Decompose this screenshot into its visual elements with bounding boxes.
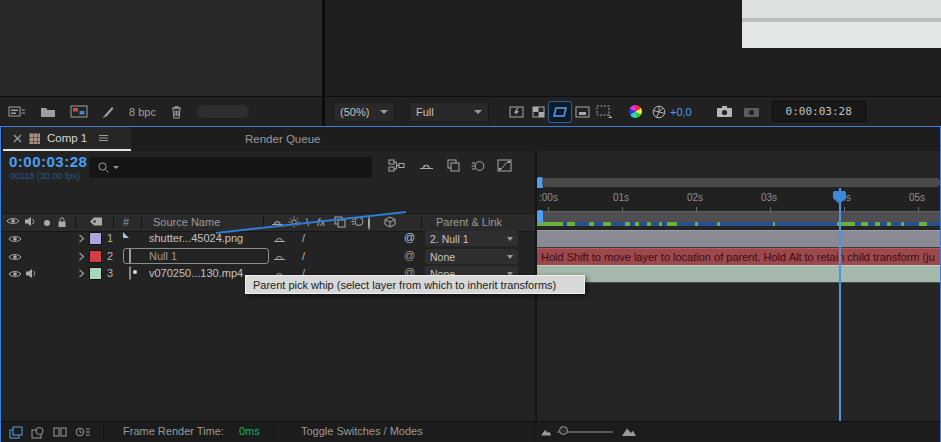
interpret-footage-icon[interactable] — [8, 105, 26, 118]
quality-switch[interactable]: / — [302, 250, 305, 262]
playhead-line[interactable] — [839, 188, 841, 440]
parent-value: 2. Null 1 — [430, 233, 469, 245]
layer-bar-2[interactable]: Hold Shift to move layer to location of … — [537, 248, 940, 266]
new-composition-icon[interactable] — [70, 105, 88, 118]
audio-column-speaker-icon[interactable] — [24, 216, 36, 227]
fast-previews-icon[interactable] — [505, 102, 527, 122]
parent-pick-whip-icon[interactable]: @ — [404, 249, 415, 261]
mask-visibility-icon[interactable] — [549, 102, 571, 122]
new-folder-icon[interactable] — [40, 106, 56, 118]
shy-column-icon[interactable] — [271, 216, 284, 227]
selected-layer-outline — [123, 248, 269, 264]
fx-column-icon[interactable]: fx — [317, 216, 326, 228]
composition-viewport-image[interactable] — [742, 0, 941, 48]
zoom-out-mountain-icon[interactable] — [540, 428, 552, 436]
parent-link-column-header[interactable]: Parent & Link — [436, 216, 502, 228]
chevron-right-icon[interactable] — [78, 234, 85, 243]
chevron-right-icon[interactable] — [78, 269, 85, 278]
tab-comp-label: Comp 1 — [47, 132, 87, 144]
show-snapshot-icon[interactable] — [743, 105, 760, 118]
snapshot-camera-icon[interactable] — [716, 105, 733, 118]
label-column-tag-icon[interactable] — [89, 216, 103, 227]
search-icon — [97, 161, 110, 174]
layer-switches-pane-icon[interactable] — [9, 426, 23, 439]
pick-whip-info-banner: Hold Shift to move layer to location of … — [537, 249, 940, 265]
disabled-progress-pill — [197, 105, 249, 118]
tooltip: Parent pick whip (select layer from whic… — [245, 275, 585, 294]
project-panel: 8 bpc — [0, 0, 322, 126]
toggle-switches-modes-button[interactable]: Toggle Switches / Modes — [301, 425, 423, 437]
show-channel-icon[interactable] — [629, 105, 642, 118]
layer-row-1[interactable]: 1 shutter...45024.png / @ 2. Null 1 — [1, 230, 535, 247]
graph-editor-icon[interactable] — [497, 159, 512, 172]
layer-number: 2 — [107, 250, 113, 262]
null-object-icon — [129, 250, 131, 262]
grid-guides-icon[interactable] — [593, 102, 615, 122]
chevron-right-icon[interactable] — [78, 252, 85, 261]
motion-blur-column-icon[interactable] — [351, 216, 364, 227]
layer-name[interactable]: shutter...45024.png — [149, 232, 243, 244]
shy-switch-icon[interactable] — [273, 233, 286, 244]
label-swatch[interactable] — [89, 232, 102, 245]
timeline-tab-bar: Comp 1 Render Queue — [1, 127, 940, 151]
panel-menu-icon[interactable] — [98, 134, 109, 142]
mini-flowchart-icon[interactable] — [388, 159, 405, 172]
label-swatch[interactable] — [89, 267, 102, 280]
current-time-display[interactable]: 0:00:03:28 — [9, 153, 87, 170]
3d-layer-column-icon[interactable] — [384, 216, 396, 228]
adjustment-layer-column-icon[interactable] — [368, 217, 370, 229]
color-depth-button[interactable]: 8 bpc — [129, 106, 156, 118]
parent-pick-whip-icon[interactable]: @ — [404, 231, 415, 243]
search-options-chevron-icon[interactable] — [113, 166, 119, 169]
layer-row-2[interactable]: 2 Null 1 / @ None — [1, 248, 535, 265]
frame-blending-icon[interactable] — [447, 159, 460, 172]
frame-blend-column-icon[interactable] — [334, 216, 346, 228]
in-out-pane-icon[interactable] — [53, 426, 67, 438]
source-name-column-header[interactable]: Source Name — [153, 216, 220, 228]
time-navigator-bar[interactable] — [542, 178, 940, 187]
number-column-header[interactable]: # — [123, 216, 129, 228]
parent-dropdown[interactable]: 2. Null 1 — [425, 231, 518, 246]
magnification-value: (50%) — [340, 106, 369, 118]
trash-icon[interactable] — [170, 105, 183, 119]
layer-name[interactable]: v070250...130.mp4 — [149, 267, 243, 279]
transfer-controls-pane-icon[interactable] — [31, 426, 45, 439]
project-settings-icon[interactable] — [102, 105, 115, 118]
eye-icon[interactable] — [8, 252, 22, 262]
shy-toggle-icon[interactable] — [419, 159, 434, 171]
eye-icon[interactable] — [8, 234, 22, 244]
tab-render-queue[interactable]: Render Queue — [245, 127, 320, 151]
region-of-interest-icon[interactable] — [571, 102, 593, 122]
speaker-icon[interactable] — [25, 268, 37, 279]
solo-column-icon[interactable] — [43, 219, 51, 227]
exposure-value[interactable]: +0,0 — [670, 106, 692, 118]
render-time-pane-icon[interactable] — [75, 426, 91, 438]
label-swatch[interactable] — [89, 250, 102, 263]
timeline-zoom-slider-knob[interactable] — [559, 426, 568, 435]
exposure-icon[interactable] — [652, 105, 666, 119]
parent-dropdown[interactable]: None — [425, 249, 518, 264]
chevron-down-icon — [380, 110, 388, 114]
layer-bar-1[interactable] — [537, 230, 940, 248]
video-column-eye-icon[interactable] — [6, 216, 20, 226]
search-input[interactable] — [89, 157, 372, 178]
lock-column-icon[interactable] — [57, 216, 67, 228]
collapse-transformations-icon[interactable] — [288, 216, 300, 228]
eye-icon[interactable] — [8, 269, 22, 279]
close-icon[interactable] — [13, 134, 22, 143]
tab-comp-1[interactable]: Comp 1 — [3, 127, 131, 151]
resolution-dropdown[interactable]: Full — [409, 102, 489, 122]
magnification-dropdown[interactable]: (50%) — [333, 102, 395, 122]
layer-name[interactable]: Null 1 — [149, 250, 177, 262]
project-panel-toolbar: 8 bpc — [0, 96, 322, 126]
quality-switch[interactable]: / — [302, 232, 305, 244]
work-area-start-handle[interactable] — [537, 210, 543, 223]
zoom-in-mountain-icon[interactable] — [621, 426, 637, 437]
viewer-timecode-field[interactable]: 0:00:03:28 — [772, 101, 866, 122]
shy-switch-icon[interactable] — [273, 251, 286, 262]
time-ruler[interactable]: :00s 01s 02s 03s 04s 05s — [537, 188, 940, 212]
motion-blur-icon[interactable] — [471, 160, 485, 172]
layer-bar-3[interactable] — [537, 265, 940, 283]
transparency-grid-icon[interactable] — [527, 102, 549, 122]
quality-column-icon[interactable]: \ — [306, 216, 309, 228]
